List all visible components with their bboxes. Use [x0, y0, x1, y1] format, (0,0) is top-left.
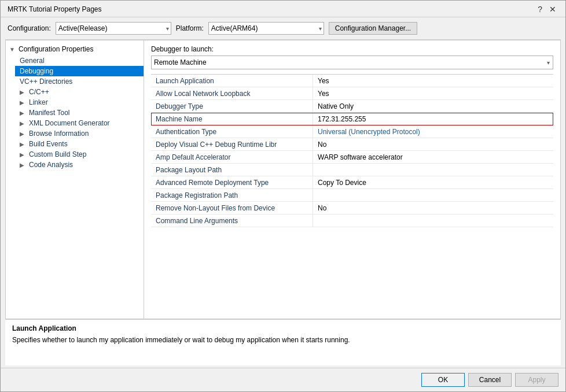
info-panel-title: Launch Application [12, 324, 554, 332]
debugger-select-row: Remote Machine [144, 56, 560, 74]
sidebar-item-code-analysis-label: Code Analysis [29, 161, 73, 169]
debugger-select[interactable]: Remote Machine [151, 56, 553, 69]
tree-root-arrow: ▼ [9, 46, 16, 53]
sidebar-item-cpp-label: C/C++ [29, 88, 49, 96]
prop-name: Launch Application [151, 75, 313, 87]
table-row[interactable]: Command Line Arguments [151, 215, 553, 227]
sidebar: ▼ Configuration Properties General Debug… [5, 40, 144, 319]
prop-value: Yes [313, 75, 553, 87]
table-row[interactable]: Remove Non-Layout Files from DeviceNo [151, 202, 553, 215]
info-panel-text: Specifies whether to launch my applicati… [12, 335, 554, 345]
dialog-title: MRTK Tutorial Property Pages [8, 5, 102, 13]
tree-root-configuration-properties[interactable]: ▼ Configuration Properties [6, 43, 144, 56]
prop-name: Package Layout Path [151, 164, 313, 176]
sidebar-item-linker-label: Linker [29, 98, 48, 106]
sidebar-item-manifest-tool-arrow: ▶ [20, 110, 27, 116]
sidebar-item-manifest-tool[interactable]: ▶ Manifest Tool [15, 108, 144, 118]
prop-value: WARP software accelerator [313, 151, 553, 163]
sidebar-item-custom-build-step-arrow: ▶ [20, 151, 27, 158]
table-row[interactable]: Package Registration Path [151, 189, 553, 202]
prop-name: Allow Local Network Loopback [151, 87, 313, 99]
title-bar: MRTK Tutorial Property Pages ? ✕ [1, 1, 565, 17]
content-area: Debugger to launch: Remote Machine Launc… [144, 40, 561, 319]
sidebar-item-xml-doc-generator[interactable]: ▶ XML Document Generator [15, 118, 144, 128]
apply-button[interactable]: Apply [515, 373, 558, 387]
table-row[interactable]: Launch ApplicationYes [151, 75, 553, 87]
close-button[interactable]: ✕ [547, 5, 558, 13]
prop-name: Debugger Type [151, 100, 313, 112]
table-row[interactable]: Advanced Remote Deployment TypeCopy To D… [151, 176, 553, 189]
table-row[interactable]: Package Layout Path [151, 164, 553, 176]
sidebar-item-build-events[interactable]: ▶ Build Events [15, 139, 144, 149]
sidebar-item-browse-information-arrow: ▶ [20, 131, 27, 137]
debugger-label: Debugger to launch: [144, 40, 560, 56]
config-bar: Configuration: Active(Release) Platform:… [1, 17, 565, 39]
debugger-select-wrapper: Remote Machine [151, 56, 553, 69]
configuration-select-wrapper: Active(Release) [56, 22, 171, 35]
sidebar-item-build-events-arrow: ▶ [20, 141, 27, 147]
sidebar-item-debugging-label: Debugging [20, 67, 53, 75]
sidebar-item-custom-build-step-label: Custom Build Step [29, 150, 86, 158]
main-content: ▼ Configuration Properties General Debug… [5, 39, 561, 319]
sidebar-item-build-events-label: Build Events [29, 140, 68, 148]
sidebar-item-xml-doc-generator-label: XML Document Generator [29, 119, 110, 127]
sidebar-item-vc-directories[interactable]: VC++ Directories [15, 76, 144, 87]
prop-value: Universal (Unencrypted Protocol) [313, 125, 553, 138]
prop-name: Remove Non-Layout Files from Device [151, 202, 313, 214]
table-row[interactable]: Machine Name172.31.255.255 [151, 113, 553, 125]
prop-name: Authentication Type [151, 125, 313, 138]
sidebar-item-general[interactable]: General [15, 56, 144, 66]
sidebar-item-xml-doc-generator-arrow: ▶ [20, 120, 27, 127]
prop-name: Amp Default Accelerator [151, 151, 313, 163]
configuration-select[interactable]: Active(Release) [56, 22, 171, 35]
prop-value: No [313, 138, 553, 150]
configuration-label: Configuration: [8, 24, 51, 32]
prop-value [313, 189, 553, 201]
prop-name: Advanced Remote Deployment Type [151, 176, 313, 188]
sidebar-item-cpp-arrow: ▶ [20, 89, 27, 95]
prop-value: Native Only [313, 100, 553, 112]
sidebar-item-cpp[interactable]: ▶ C/C++ [15, 87, 144, 97]
prop-value: No [313, 202, 553, 214]
title-bar-buttons: ? ✕ [535, 5, 558, 13]
prop-name: Machine Name [151, 113, 313, 125]
cancel-button[interactable]: Cancel [468, 373, 512, 387]
sidebar-item-code-analysis[interactable]: ▶ Code Analysis [15, 160, 144, 170]
sidebar-item-code-analysis-arrow: ▶ [20, 162, 27, 168]
sidebar-item-linker-arrow: ▶ [20, 99, 27, 106]
sidebar-item-browse-information-label: Browse Information [29, 130, 89, 138]
platform-select-wrapper: Active(ARM64) [208, 22, 324, 35]
sidebar-item-manifest-tool-label: Manifest Tool [29, 109, 69, 117]
configuration-manager-button[interactable]: Configuration Manager... [329, 22, 417, 35]
prop-name: Deploy Visual C++ Debug Runtime Libr [151, 138, 313, 150]
prop-name: Command Line Arguments [151, 215, 313, 227]
prop-value [313, 215, 553, 227]
prop-value: Copy To Device [313, 176, 553, 188]
properties-table: Launch ApplicationYesAllow Local Network… [151, 74, 553, 319]
prop-value [313, 164, 553, 176]
sidebar-item-browse-information[interactable]: ▶ Browse Information [15, 128, 144, 139]
sidebar-item-custom-build-step[interactable]: ▶ Custom Build Step [15, 149, 144, 160]
table-row[interactable]: Authentication TypeUniversal (Unencrypte… [151, 125, 553, 138]
prop-value: Yes [313, 87, 553, 99]
table-row[interactable]: Amp Default AcceleratorWARP software acc… [151, 151, 553, 164]
tree-children: General Debugging VC++ Directories ▶ C/C… [6, 56, 144, 170]
sidebar-item-linker[interactable]: ▶ Linker [15, 97, 144, 108]
sidebar-item-general-label: General [20, 57, 45, 65]
button-bar: OK Cancel Apply [1, 368, 565, 391]
prop-value: 172.31.255.255 [313, 113, 553, 125]
platform-select[interactable]: Active(ARM64) [208, 22, 324, 35]
tree-root-label: Configuration Properties [19, 45, 93, 53]
table-row[interactable]: Allow Local Network LoopbackYes [151, 87, 553, 100]
sidebar-item-vc-directories-label: VC++ Directories [20, 77, 72, 86]
table-row[interactable]: Debugger TypeNative Only [151, 100, 553, 113]
info-panel: Launch Application Specifies whether to … [5, 319, 561, 365]
table-row[interactable]: Deploy Visual C++ Debug Runtime LibrNo [151, 138, 553, 151]
prop-name: Package Registration Path [151, 189, 313, 201]
ok-button[interactable]: OK [421, 373, 465, 387]
sidebar-item-debugging[interactable]: Debugging [15, 66, 144, 76]
property-pages-dialog: MRTK Tutorial Property Pages ? ✕ Configu… [0, 0, 566, 392]
platform-label: Platform: [176, 24, 204, 32]
help-button[interactable]: ? [535, 5, 545, 13]
